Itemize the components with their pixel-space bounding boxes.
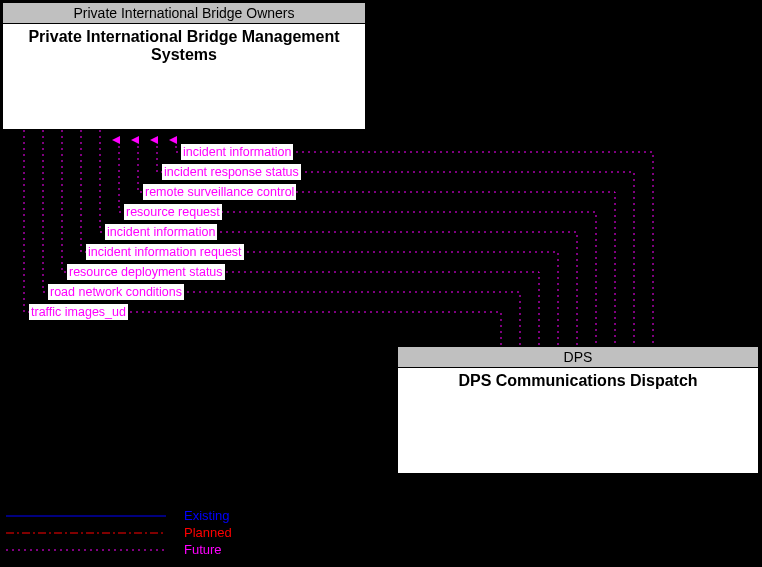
flow-label: resource request xyxy=(124,204,222,220)
flow-label: road network conditions xyxy=(48,284,184,300)
node-title: DPS Communications Dispatch xyxy=(398,368,758,390)
flow-label: incident information request xyxy=(86,244,244,260)
legend-label: Future xyxy=(184,542,222,557)
legend-future: Future xyxy=(0,542,232,557)
legend: Existing Planned Future xyxy=(0,508,232,559)
node-dps[interactable]: DPS DPS Communications Dispatch xyxy=(397,346,759,474)
flow-label: remote surveillance control xyxy=(143,184,296,200)
legend-existing: Existing xyxy=(0,508,232,523)
node-title: Private International Bridge Management … xyxy=(3,24,365,64)
legend-label: Planned xyxy=(184,525,232,540)
node-header: DPS xyxy=(398,347,758,368)
legend-planned: Planned xyxy=(0,525,232,540)
flow-label: traffic images_ud xyxy=(29,304,128,320)
flow-label: incident response status xyxy=(162,164,301,180)
flow-label: incident information xyxy=(181,144,293,160)
legend-label: Existing xyxy=(184,508,230,523)
node-header: Private International Bridge Owners xyxy=(3,3,365,24)
flow-label: incident information xyxy=(105,224,217,240)
node-private-bridge[interactable]: Private International Bridge Owners Priv… xyxy=(2,2,366,130)
flow-label: resource deployment status xyxy=(67,264,225,280)
